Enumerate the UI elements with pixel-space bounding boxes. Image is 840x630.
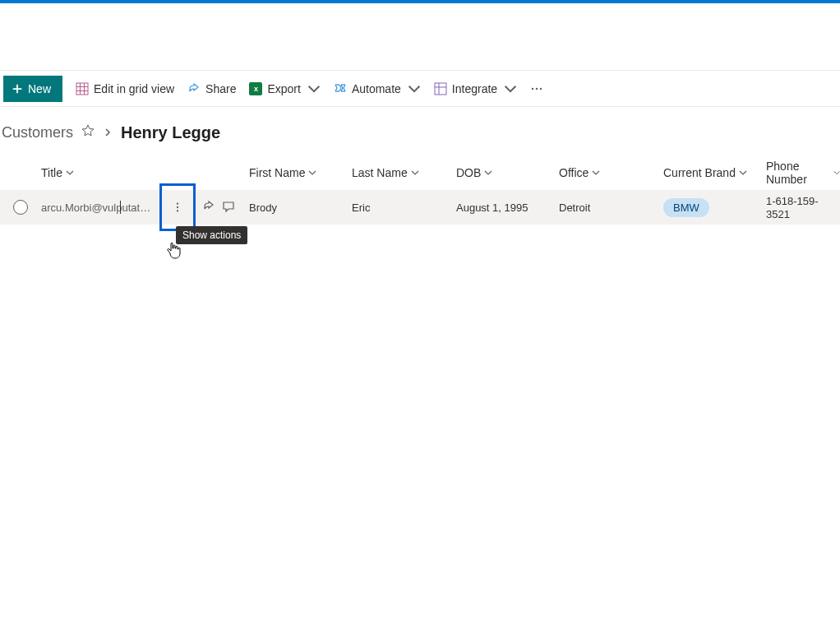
row-first-name: Brody (249, 202, 277, 214)
chevron-down-icon (307, 82, 321, 95)
more-icon (530, 82, 543, 95)
row-phone: 1-618-159-3521 (766, 195, 819, 220)
chevron-down-icon (411, 169, 419, 177)
automate-button[interactable]: Automate (334, 76, 421, 102)
automate-label: Automate (352, 82, 401, 95)
col-title-label: Title (41, 166, 62, 179)
column-headers: Title First Name Last Name DOB Office Cu… (0, 155, 840, 190)
svg-point-5 (177, 202, 178, 204)
integrate-button[interactable]: Integrate (434, 76, 517, 102)
command-bar: New Edit in grid view Share x Export Aut… (0, 71, 840, 107)
row-last-name: Eric (352, 202, 370, 214)
edit-grid-button[interactable]: Edit in grid view (76, 76, 174, 102)
col-office[interactable]: Office (559, 166, 663, 179)
col-brand[interactable]: Current Brand (663, 166, 766, 179)
flow-icon (334, 82, 347, 95)
share-icon (187, 82, 201, 95)
table-row[interactable]: arcu.Morbi@vulputatedui… Brody Eric Augu… (0, 190, 840, 225)
chevron-down-icon (484, 169, 492, 177)
chevron-down-icon (66, 169, 74, 177)
radio-icon[interactable] (13, 200, 28, 215)
brand-tag[interactable]: BMW (663, 198, 709, 217)
svg-rect-1 (435, 83, 446, 95)
chevron-down-icon (308, 169, 316, 177)
svg-point-4 (540, 87, 542, 89)
plus-icon (12, 83, 23, 95)
chevron-down-icon (592, 169, 600, 177)
excel-icon: x (249, 82, 262, 95)
share-label: Share (205, 82, 236, 95)
breadcrumb: Customers Henry Legge (0, 107, 840, 155)
header-spacer (0, 3, 840, 71)
new-button-label: New (28, 82, 51, 95)
chevron-down-icon (833, 169, 840, 177)
row-dob: August 1, 1995 (456, 202, 528, 214)
export-label: Export (267, 82, 300, 95)
svg-point-6 (177, 206, 178, 208)
col-brand-label: Current Brand (663, 166, 736, 179)
svg-point-7 (177, 210, 178, 211)
col-title[interactable]: Title (41, 166, 249, 179)
integrate-icon (434, 82, 447, 95)
row-office: Detroit (559, 202, 590, 214)
col-dob-label: DOB (456, 166, 481, 179)
new-button[interactable]: New (3, 76, 62, 102)
col-office-label: Office (559, 166, 588, 179)
svg-point-3 (536, 87, 538, 89)
edit-grid-label: Edit in grid view (94, 82, 174, 95)
chevron-down-icon (504, 82, 517, 95)
row-comment-button[interactable] (222, 200, 235, 215)
grid-icon (76, 82, 89, 95)
chevron-down-icon (408, 82, 421, 95)
overflow-button[interactable] (530, 76, 543, 102)
col-last-name[interactable]: Last Name (352, 166, 456, 179)
row-select[interactable] (0, 200, 41, 215)
col-first-name-label: First Name (249, 166, 305, 179)
svg-rect-0 (76, 83, 88, 95)
breadcrumb-chevron-icon (103, 124, 113, 141)
share-button[interactable]: Share (187, 76, 236, 102)
col-dob[interactable]: DOB (456, 166, 559, 179)
breadcrumb-current: Henry Legge (121, 123, 220, 142)
row-actions-button[interactable] (159, 183, 196, 231)
row-share-button[interactable] (202, 200, 215, 215)
show-actions-tooltip: Show actions (176, 226, 247, 244)
chevron-down-icon (739, 169, 747, 177)
integrate-label: Integrate (452, 82, 497, 95)
col-phone-label: Phone Number (766, 160, 830, 186)
col-last-name-label: Last Name (352, 166, 408, 179)
col-phone[interactable]: Phone Number (766, 160, 840, 186)
export-button[interactable]: x Export (249, 76, 320, 102)
col-first-name[interactable]: First Name (249, 166, 352, 179)
svg-point-2 (532, 87, 533, 89)
favorite-star-icon[interactable] (81, 124, 95, 141)
row-title[interactable]: arcu.Morbi@vulputatedui… (41, 202, 156, 214)
vertical-dots-icon (172, 202, 183, 213)
text-cursor (120, 201, 121, 214)
breadcrumb-parent[interactable]: Customers (2, 124, 73, 141)
